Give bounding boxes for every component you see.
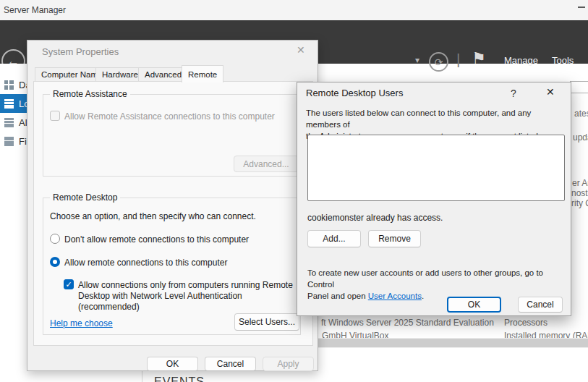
footer-text-before: To create new user accounts or add users… bbox=[307, 268, 543, 300]
navbar-divider: | bbox=[456, 51, 460, 68]
close-icon[interactable]: ✕ bbox=[546, 86, 555, 98]
help-me-choose-link[interactable]: Help me choose bbox=[50, 318, 113, 328]
tasks-box-fragment bbox=[570, 81, 588, 93]
tab-remote[interactable]: Remote bbox=[182, 65, 223, 82]
menu-tools[interactable]: Tools bbox=[552, 55, 574, 66]
apply-button[interactable]: Apply bbox=[263, 357, 314, 371]
minimize-button[interactable] bbox=[578, 7, 585, 8]
refresh-button[interactable]: ⟳ bbox=[429, 52, 448, 72]
remote-desktop-group: Remote Desktop Choose an option, and the… bbox=[43, 198, 301, 335]
nla-checkbox[interactable]: ✓ bbox=[64, 279, 74, 289]
properties-fragment: ates bbox=[574, 109, 588, 119]
remote-assistance-checkbox[interactable] bbox=[50, 111, 60, 121]
ok-button[interactable]: OK bbox=[447, 297, 501, 313]
advanced-button[interactable]: Advanced... bbox=[234, 156, 299, 172]
remote-assistance-group: Remote Assistance Allow Remote Assistanc… bbox=[43, 94, 301, 177]
refresh-icon: ⟳ bbox=[435, 56, 443, 68]
help-icon[interactable]: ? bbox=[511, 88, 516, 99]
menu-manage[interactable]: Manage bbox=[504, 55, 538, 66]
properties-fragment: rity C bbox=[571, 198, 588, 208]
group-label: Remote Desktop bbox=[50, 192, 120, 203]
user-accounts-link[interactable]: User Accounts bbox=[368, 292, 422, 300]
radio-label: Allow remote connections to this compute… bbox=[64, 258, 227, 268]
status-text: cookiemonster already has access. bbox=[307, 213, 443, 223]
horizontal-scrollbar-thumb[interactable] bbox=[304, 339, 588, 347]
properties-fragment: upda bbox=[573, 132, 588, 143]
users-listbox[interactable] bbox=[307, 135, 565, 201]
window-titlebar: Server Manager bbox=[0, 0, 588, 20]
remote-tab-page: Remote Assistance Allow Remote Assistanc… bbox=[33, 81, 313, 346]
processors-label: Processors bbox=[504, 318, 547, 328]
radio-label: Don't allow remote connections to this c… bbox=[64, 234, 249, 245]
window-title: Server Manager bbox=[4, 5, 66, 15]
radio-allow[interactable] bbox=[50, 257, 60, 267]
footer-text: To create new user accounts or add users… bbox=[307, 255, 566, 302]
close-icon[interactable]: ✕ bbox=[297, 44, 305, 56]
ok-button[interactable]: OK bbox=[147, 357, 198, 371]
file-storage-icon bbox=[4, 137, 14, 146]
tab-hardware[interactable]: Hardware bbox=[95, 67, 145, 82]
add-button[interactable]: Add... bbox=[307, 230, 361, 247]
nla-checkbox-label: Allow connections only from computers ru… bbox=[78, 280, 297, 313]
notifications-flag-icon[interactable]: ⚑ bbox=[472, 49, 486, 68]
cancel-button[interactable]: Cancel bbox=[205, 357, 256, 371]
check-icon: ✓ bbox=[65, 280, 72, 289]
system-properties-dialog: System Properties ✕ Computer Name Hardwa… bbox=[27, 40, 318, 371]
remote-desktop-intro: Choose an option, and then specify who c… bbox=[50, 211, 256, 221]
remove-button[interactable]: Remove bbox=[368, 230, 421, 247]
properties-fragment: nosti bbox=[571, 188, 588, 198]
servers-icon bbox=[4, 118, 14, 127]
dialog-title: System Properties bbox=[42, 46, 119, 57]
group-label: Remote Assistance bbox=[50, 89, 130, 99]
events-section-header: EVENTS bbox=[154, 375, 205, 382]
chevron-down-icon[interactable]: ▾ bbox=[415, 55, 419, 65]
os-version-text: ft Windows Server 2025 Standard Evaluati… bbox=[321, 318, 494, 328]
remote-desktop-users-dialog: Remote Desktop Users ? ✕ The users liste… bbox=[297, 82, 571, 316]
dashboard-grid-icon bbox=[4, 80, 14, 90]
dialog-title: Remote Desktop Users bbox=[306, 88, 403, 98]
properties-fragment: er An bbox=[572, 178, 588, 188]
footer-text-after: . bbox=[422, 292, 424, 300]
server-icon bbox=[4, 99, 14, 109]
tab-advanced[interactable]: Advanced bbox=[138, 67, 188, 82]
checkbox-label: Allow Remote Assistance connections to t… bbox=[64, 111, 275, 122]
radio-dont-allow[interactable] bbox=[50, 234, 60, 244]
cancel-button[interactable]: Cancel bbox=[518, 297, 563, 313]
select-users-button[interactable]: Select Users... bbox=[234, 313, 299, 331]
